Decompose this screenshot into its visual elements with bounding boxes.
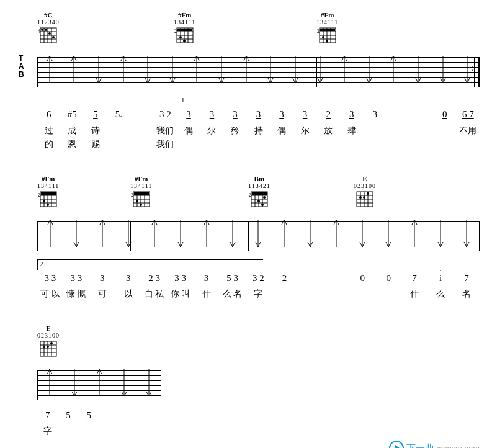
svg-point-9	[45, 29, 47, 31]
svg-point-95	[367, 192, 369, 195]
svg-point-21	[179, 36, 182, 38]
lyric-row-1b: 的 恩 赐 我们	[37, 139, 480, 150]
chord-c-sharp: #C 112340 4	[37, 11, 60, 44]
tab-label: TAB	[19, 55, 24, 79]
chord-fm-sharp-2: #Fm 134111 2	[316, 11, 338, 44]
svg-point-121	[47, 346, 49, 348]
lyric-row-1a: 过 成 诗 我们 偶 尔 矜 持 偶 尔 放 肆 不用	[37, 125, 480, 137]
svg-rect-20	[177, 29, 192, 31]
svg-point-10	[48, 32, 51, 35]
watermark-text: 下一曲	[406, 442, 434, 448]
svg-point-94	[363, 196, 365, 199]
svg-point-61	[43, 200, 45, 202]
jianpu-row-2: 3 3 3 3 3 3 2 3 3 3 3 5 3 3 2 2 — — 0 0 …	[37, 273, 480, 284]
svg-point-93	[359, 196, 362, 199]
chord-fm-sharp-3: #Fm 134111 2	[37, 175, 59, 208]
svg-point-72	[136, 200, 138, 202]
svg-rect-71	[134, 192, 149, 195]
chord-bm: Bm 113421 2	[248, 175, 271, 208]
tab-staff-3	[37, 364, 161, 406]
svg-text:2: 2	[174, 29, 177, 34]
svg-point-84	[261, 204, 264, 206]
svg-text:2: 2	[38, 192, 40, 198]
chord-fm-sharp-1: #Fm 134111 2	[174, 11, 195, 44]
play-icon	[389, 441, 404, 448]
svg-rect-82	[252, 192, 267, 195]
jianpu-row-1: 6 #5 5 5. 3 2 3 3 3 3 3 3 2 3 3 — — 0 6 …	[37, 109, 480, 120]
svg-point-8	[41, 29, 43, 31]
svg-point-73	[140, 204, 142, 206]
system-2: #Fm 134111 2 #Fm 134111 2 Bm 113421 2 E …	[37, 175, 480, 300]
site-watermark[interactable]: 下一曲 xiayiqu.com	[389, 441, 480, 448]
lyric-row-3: 字	[37, 426, 161, 437]
svg-point-22	[183, 40, 186, 42]
chord-e-1: E 023100	[354, 175, 376, 208]
svg-rect-31	[320, 29, 335, 31]
volta-2: 2	[37, 259, 263, 270]
svg-point-85	[263, 196, 266, 199]
jianpu-row-3: 7 5 5 — — —	[37, 410, 161, 421]
svg-text:2: 2	[249, 192, 251, 198]
svg-point-122	[50, 342, 53, 344]
svg-text:2: 2	[131, 192, 133, 198]
svg-point-120	[43, 346, 45, 348]
system-1: #C 112340 4 #Fm 134111 2 #Fm 134111 2 TA…	[37, 11, 480, 150]
svg-point-33	[326, 40, 328, 42]
chord-e-2: E 023100	[37, 325, 60, 357]
tab-staff-2	[37, 215, 480, 257]
svg-point-83	[257, 200, 260, 202]
svg-text:2: 2	[317, 29, 320, 34]
lyric-row-2: 可 以 慷 慨 可 以 自 私 你 叫 什 么 名 字 什 么 名	[37, 289, 480, 300]
watermark-domain: xiayiqu.com	[437, 444, 480, 448]
svg-text:4: 4	[38, 29, 40, 34]
svg-point-32	[322, 36, 324, 38]
tab-staff-1: TAB :	[37, 51, 480, 93]
system-3: E 023100 7 5 5 — — — 字	[37, 325, 161, 437]
svg-point-62	[47, 204, 49, 206]
svg-rect-60	[41, 192, 56, 195]
chord-fm-sharp-4: #Fm 134111 2	[130, 175, 152, 208]
volta-1: 1	[179, 96, 467, 106]
svg-point-11	[52, 36, 55, 38]
